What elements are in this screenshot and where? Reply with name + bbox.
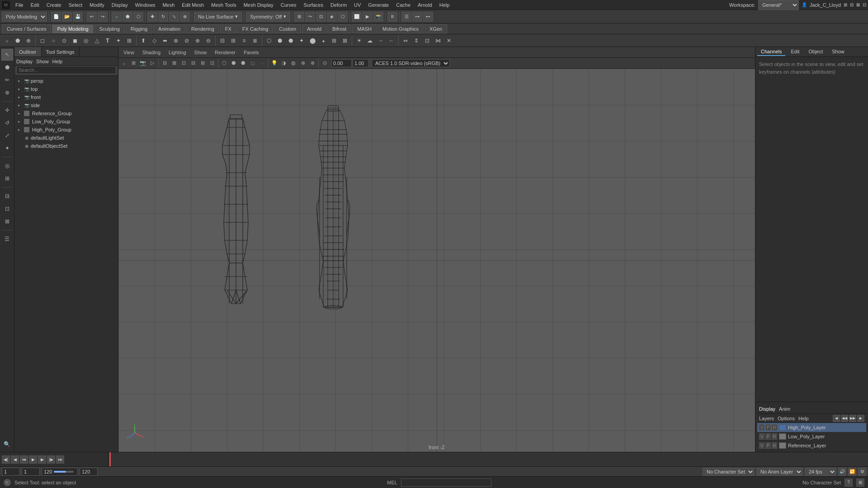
layer-v-high[interactable]: V [759, 424, 764, 431]
retopology-btn[interactable]: ⊡ [422, 36, 432, 46]
vp-persp-icon[interactable]: ⊡ [179, 59, 188, 68]
bridge-btn[interactable]: ⬌ [160, 36, 170, 46]
vp-show-menu[interactable]: Show [191, 49, 210, 56]
tree-item-light-set[interactable]: ⊕ defaultLightSet [14, 134, 118, 142]
tab-outliner[interactable]: Outliner [14, 47, 42, 56]
vp-hierarchy-icon[interactable]: ⊞ [129, 59, 138, 68]
merge-btn[interactable]: ⊗ [171, 36, 181, 46]
crease-btn[interactable]: ≣ [250, 36, 260, 46]
scale-tool-icon[interactable]: ⤢ [1, 130, 13, 141]
tab-fx-caching[interactable]: FX Caching [237, 24, 273, 33]
outliner-show-menu[interactable]: Show [36, 59, 49, 64]
workspace-dropdown[interactable]: General* [758, 0, 799, 10]
status-expander-btn[interactable]: ⊞ [856, 479, 864, 487]
loop-btn[interactable]: 🔁 [848, 468, 856, 476]
vp-aa-icon[interactable]: ⊕ [298, 59, 307, 68]
tab-xgen[interactable]: XGen [425, 24, 447, 33]
rivet-btn[interactable]: ⊷ [423, 12, 433, 22]
timeline-last-frame-btn[interactable]: ⏭ [56, 455, 64, 464]
menu-surfaces[interactable]: Surfaces [300, 1, 327, 9]
mirror-btn[interactable]: ⇔ [401, 36, 410, 46]
tab-custom[interactable]: Custom [274, 24, 301, 33]
layers-menu-options[interactable]: Options [778, 416, 795, 421]
layer-v-low[interactable]: V [759, 433, 764, 440]
vp-wireframe-icon[interactable]: ⬡ [220, 59, 229, 68]
fps-dropdown[interactable]: 24 fps [805, 468, 836, 476]
layer-r-high[interactable]: R [772, 424, 777, 431]
layers-prev-btn[interactable]: ◀ [833, 415, 840, 422]
timeline-ruler[interactable] [108, 452, 868, 467]
menu-modify[interactable]: Modify [86, 1, 108, 9]
layers-rew-btn[interactable]: ◀◀ [841, 415, 848, 422]
transform-btn[interactable]: ⊕ [180, 12, 190, 22]
layers-fwd-btn[interactable]: ▶▶ [849, 415, 856, 422]
append-btn[interactable]: ⬢ [275, 36, 285, 46]
menu-deform[interactable]: Deform [327, 1, 350, 9]
tab-display-layers[interactable]: Display [759, 406, 775, 412]
vp-time-field[interactable] [331, 59, 352, 67]
select-tool-icon[interactable]: ↖ [1, 49, 13, 61]
obj-mode-sphere[interactable]: ○ [48, 36, 58, 46]
menu-create[interactable]: Create [43, 1, 65, 9]
snap-grid-icon[interactable]: ⊟ [1, 190, 13, 202]
redo-btn[interactable]: ↪ [98, 12, 108, 22]
pause-btn[interactable]: ⏸ [387, 12, 397, 22]
vp-front-icon[interactable]: ⊡ [208, 59, 217, 68]
slide-edge-btn[interactable]: ≡ [239, 36, 249, 46]
menu-uv[interactable]: UV [350, 1, 364, 9]
lasso-btn[interactable]: ⬟ [123, 12, 132, 22]
vp-depth-icon[interactable]: ⊗ [308, 59, 317, 68]
layer-v-ref[interactable]: V [759, 442, 764, 449]
boolean-btn[interactable]: ⋈ [433, 36, 443, 46]
sculpt-icon[interactable]: ⊕ [1, 87, 13, 99]
obj-mode-cone[interactable]: △ [92, 36, 102, 46]
layers-menu-help[interactable]: Help [798, 416, 809, 421]
viewport-canvas[interactable]: X Y Z front -Z [118, 69, 755, 452]
offset-edge-btn[interactable]: ⊞ [228, 36, 238, 46]
vp-ao-icon[interactable]: ◍ [289, 59, 298, 68]
layer-p-ref[interactable]: P [765, 442, 771, 449]
menu-edit-mesh[interactable]: Edit Mesh [178, 1, 208, 9]
vp-light-icon[interactable]: 💡 [270, 59, 279, 68]
timeline-next-frame-btn[interactable]: ▶ [38, 455, 46, 464]
select-comp-btn[interactable]: ⬟ [13, 36, 23, 46]
new-scene-btn[interactable]: 📄 [51, 12, 61, 22]
vp-smooth-icon[interactable]: ⬢ [229, 59, 238, 68]
snapshot-btn[interactable]: 📸 [373, 12, 383, 22]
insert-edge-btn[interactable]: ⊟ [217, 36, 227, 46]
tab-channels[interactable]: Channels [757, 48, 785, 56]
tab-object[interactable]: Object [805, 48, 826, 56]
wedge-btn[interactable]: ⬣ [286, 36, 296, 46]
outliner-search-input[interactable] [16, 66, 116, 74]
vp-renderer-menu[interactable]: Renderer [212, 49, 239, 56]
layer-r-ref[interactable]: R [772, 442, 777, 449]
search-icon[interactable]: 🔍 [1, 438, 13, 450]
snap-curve-btn[interactable]: 〜 [305, 12, 315, 22]
tab-tool-settings[interactable]: Tool Settings [42, 47, 80, 56]
modeling-mode-dropdown[interactable]: Poly Modeling [2, 12, 47, 22]
layer-r-low[interactable]: R [772, 433, 777, 440]
timeline-prev-key-btn[interactable]: ◀| [2, 455, 10, 464]
tab-mash[interactable]: MASH [352, 24, 377, 33]
tab-anim-layers[interactable]: Anim [779, 406, 790, 412]
move-tool-icon[interactable]: ✛ [1, 104, 13, 116]
tab-show-channels[interactable]: Show [828, 48, 848, 56]
no-anim-layer-dropdown[interactable]: No Anim Layer [756, 468, 803, 476]
vp-shading-menu[interactable]: Shading [139, 49, 164, 56]
audio-btn[interactable]: 🔊 [838, 468, 846, 476]
menu-edit[interactable]: Edit [27, 1, 43, 9]
vp-quad-icon[interactable]: ⊠ [170, 59, 179, 68]
vp-isolate-icon[interactable]: ⊙ [320, 59, 329, 68]
vp-flat-icon[interactable]: ⬣ [239, 59, 248, 68]
tab-animation[interactable]: Animation [153, 24, 185, 33]
vp-bounding-icon[interactable]: □ [248, 59, 257, 68]
obj-mode-cube[interactable]: ◻ [38, 36, 47, 46]
tree-item-top[interactable]: ▸ 📷 top [14, 85, 118, 93]
vp-side-icon[interactable]: ⊞ [198, 59, 207, 68]
layer-low-poly[interactable]: V P R Low_Poly_Layer [757, 432, 866, 441]
vp-camera-icon[interactable]: 📷 [138, 59, 147, 68]
tab-rendering[interactable]: Rendering [186, 24, 219, 33]
extrude-btn[interactable]: ⬆ [138, 36, 148, 46]
range-start-input[interactable] [22, 468, 40, 476]
tab-edit-channels[interactable]: Edit [787, 48, 803, 56]
